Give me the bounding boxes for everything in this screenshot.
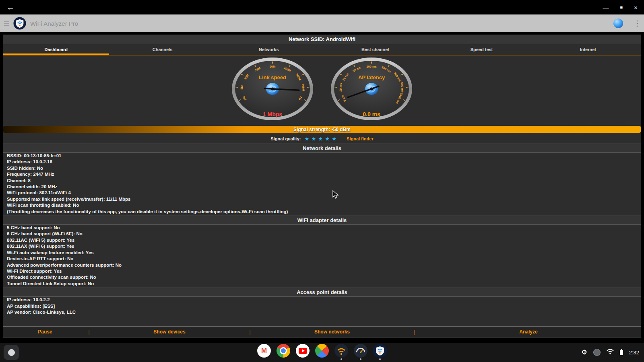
detail-line: Wi-Fi Direct support: Yes	[3, 268, 641, 274]
signal-quality-stars: ★ ★ ★ ★ ★	[305, 136, 337, 142]
details-area: Network detailsBSSID: 00:13:10:85:fe:01I…	[3, 143, 641, 326]
detail-line: Tunnel Directed Link Setup support: No	[3, 281, 641, 287]
action-separator: |	[248, 329, 252, 335]
svg-text:500 ms: 500 ms	[400, 82, 405, 93]
detail-line: IP address: 10.0.2.16	[3, 159, 641, 165]
photos-icon[interactable]	[315, 344, 329, 360]
battery-icon[interactable]	[620, 350, 623, 355]
avatar-icon[interactable]	[593, 349, 601, 356]
app-logo-icon	[13, 17, 26, 30]
menu-icon[interactable]	[4, 21, 9, 26]
wifi-tool-2-icon[interactable]	[354, 344, 367, 360]
detail-line: Channel: 8	[3, 178, 641, 184]
ap-latency-gauge: 5 ms10 ms25 ms50 ms100 ms150 ms300 ms500…	[329, 57, 414, 123]
svg-text:AP latency: AP latency	[358, 74, 385, 80]
settings-gear-icon[interactable]: ⚙	[581, 349, 587, 356]
detail-line: Wi-Fi auto wakeup feature enabled: Yes	[3, 250, 641, 256]
launcher-button[interactable]	[4, 345, 19, 360]
tab-speed-test[interactable]: Speed test	[428, 44, 535, 55]
detail-line: 5 GHz band support: No	[3, 225, 641, 231]
section-header-wifi-adapter-details: WiFi adapter details	[3, 216, 641, 225]
tab-networks[interactable]: Networks	[216, 44, 322, 55]
tab-channels[interactable]: Channels	[109, 44, 215, 55]
tab-best-channel[interactable]: Best channel	[322, 44, 428, 55]
globe-button[interactable]	[613, 19, 623, 28]
detail-line: AP capabilities: [ESS]	[3, 303, 641, 309]
svg-text:100 ms: 100 ms	[366, 65, 376, 68]
detail-line: Frequency: 2447 MHz	[3, 171, 641, 177]
network-ssid-header: Network SSID: AndroidWifi	[3, 35, 641, 44]
action-bar: Pause|Show devices|Show networks|Analyze	[3, 326, 641, 337]
signal-strength-label: Signal strength: -50 dBm	[293, 127, 351, 132]
signal-finder-link[interactable]: Signal finder	[347, 136, 374, 141]
overflow-menu-icon[interactable]: ⋮	[634, 19, 640, 28]
detail-line: Supported max link speed (receive/transf…	[3, 196, 641, 202]
action-separator: |	[87, 329, 91, 335]
detail-line: Device-to-AP RTT support: No	[3, 256, 641, 262]
tab-internet[interactable]: Internet	[535, 44, 641, 55]
detail-line: Offloaded connectivity scan support: No	[3, 274, 641, 280]
svg-text:500M: 500M	[301, 84, 305, 91]
wifi-tool-1-icon[interactable]	[334, 344, 348, 360]
tab-bar: DashboardChannelsNetworksBest channelSpe…	[3, 44, 641, 56]
svg-text:Link speed: Link speed	[259, 74, 286, 80]
screen: ← — ■ × WiFi Analyzer Pro ⋮ Network SSID…	[0, 0, 644, 362]
app-content: Network SSID: AndroidWifi DashboardChann…	[3, 35, 641, 337]
detail-line: WiFi protocol: 802.11n/WiFi 4	[3, 190, 641, 196]
analyze-button[interactable]: Analyze	[416, 329, 641, 335]
wifi-analyzer-pro-icon[interactable]	[373, 344, 387, 360]
detail-line: Channel width: 20 MHz	[3, 184, 641, 190]
minimize-button[interactable]: —	[603, 4, 609, 10]
svg-text:1 Mbps: 1 Mbps	[263, 111, 282, 117]
show-devices-button[interactable]: Show devices	[91, 329, 248, 335]
pause-button[interactable]: Pause	[3, 329, 87, 335]
close-button[interactable]: ×	[634, 4, 638, 10]
section-header-access-point-details: Access point details	[3, 288, 641, 297]
tab-dashboard[interactable]: Dashboard	[3, 44, 109, 55]
back-arrow-icon[interactable]: ←	[6, 3, 14, 11]
gmail-icon[interactable]: M	[257, 344, 271, 360]
youtube-icon[interactable]	[296, 344, 310, 360]
show-networks-button[interactable]: Show networks	[252, 329, 413, 335]
detail-line: SSID hidden: No	[3, 165, 641, 171]
detail-line: WiFi scan throttling disabled: No	[3, 202, 641, 208]
detail-line: Advanced power/performance counters supp…	[3, 262, 641, 268]
wifi-status-icon[interactable]	[607, 349, 614, 356]
main-area: Network SSID: AndroidWifi DashboardChann…	[0, 32, 644, 343]
action-separator: |	[413, 329, 416, 335]
detail-line: 6 GHz band support (Wi-Fi 6E): No	[3, 231, 641, 237]
status-tray[interactable]: ⚙ 2:32	[581, 343, 639, 362]
gauges-row: 1M5M10M25M50M100M300M500M1G Link speed 1…	[3, 56, 641, 123]
detail-line: IP address: 10.0.2.2	[3, 297, 641, 303]
detail-line: AP vendor: Cisco-Linksys, LLC	[3, 309, 641, 315]
window-titlebar: ← — ■ ×	[0, 0, 644, 14]
detail-line: BSSID: 00:13:10:85:fe:01	[3, 153, 641, 159]
signal-quality-label: Signal quality:	[270, 136, 301, 141]
link-speed-gauge: 1M5M10M25M50M100M300M500M1G Link speed 1…	[230, 57, 315, 123]
shelf-apps: M	[257, 344, 387, 360]
signal-quality-row: Signal quality: ★ ★ ★ ★ ★ Signal finder	[3, 135, 641, 143]
clock[interactable]: 2:32	[629, 350, 639, 356]
svg-text:10 ms: 10 ms	[339, 83, 343, 92]
app-toolbar: WiFi Analyzer Pro ⋮	[0, 14, 644, 32]
signal-strength-bar: Signal strength: -50 dBm	[3, 126, 641, 133]
chrome-icon[interactable]	[277, 344, 290, 360]
detail-line: 802.11AX (WiFi 6) support: Yes	[3, 243, 641, 249]
maximize-button[interactable]: ■	[620, 5, 623, 10]
svg-text:0.0 ms: 0.0 ms	[363, 111, 380, 117]
svg-text:5M: 5M	[240, 85, 244, 90]
detail-line: (Throttling decreases the functionality …	[3, 209, 641, 215]
shelf: M ⚙ 2:32	[0, 343, 644, 362]
detail-line: 802.11AC (WiFi 5) support: Yes	[3, 237, 641, 243]
app-title: WiFi Analyzer Pro	[30, 20, 78, 27]
svg-text:50M: 50M	[270, 65, 276, 68]
section-header-network-details: Network details	[3, 144, 641, 153]
